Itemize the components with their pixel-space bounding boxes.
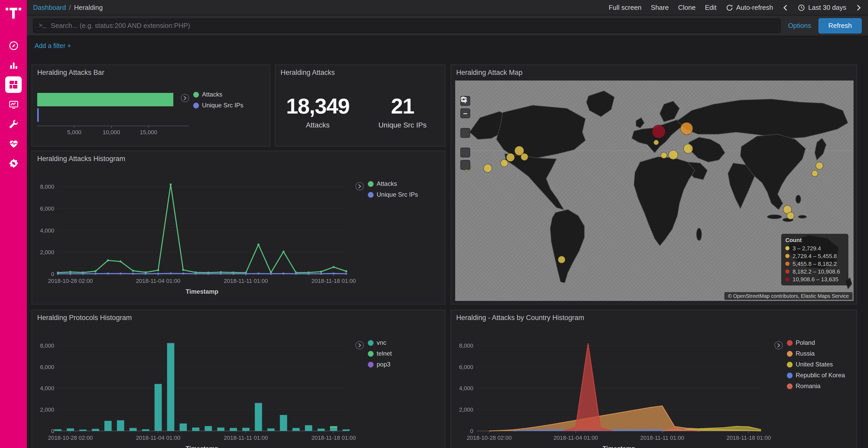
wrench-icon [8,118,19,129]
legend-label: Attacks [377,180,397,187]
svg-text:Timestamp: Timestamp [603,445,635,448]
panel-heralding-protocols-histogram: Heralding Protocols Histogram 02,0004,00… [32,310,445,448]
sidebar-item-discover[interactable] [0,36,27,55]
legend-item[interactable]: United States [787,361,845,368]
draw-polygon-button[interactable] [460,148,470,158]
share-button[interactable]: Share [651,4,669,11]
sidebar-item-timelion[interactable] [0,95,27,114]
panel-title: Heralding - Attacks by Country Histogram [456,314,851,321]
draw-rectangle-button[interactable] [460,160,470,170]
sidebar-item-management[interactable] [0,153,27,173]
chart-legend: vnctelnetpop3 [368,339,392,368]
map-legend-dot [785,246,789,250]
map-legend-label: 10,908.6 – 13,635 [793,276,838,282]
options-link[interactable]: Options [788,22,811,29]
sidebar [0,0,27,448]
chevron-left-icon [782,4,789,11]
country-histogram-chart[interactable]: 02,0004,0006,0008,0002018-10-28 02:00201… [451,323,782,448]
svg-text:2018-11-04 01:00: 2018-11-04 01:00 [136,278,180,284]
map-legend-dot [785,269,789,274]
legend-item[interactable]: Unique Src IPs [368,191,418,198]
clock-icon [798,4,805,11]
attacks-histogram-chart[interactable]: 02,0004,0006,0008,0002018-10-28 02:00201… [32,165,383,299]
svg-text:8,000: 8,000 [459,342,473,349]
filter-bar: Add a filter + [27,36,868,56]
panel-title: Heralding Attacks Bar [37,69,265,76]
telekom-logo[interactable] [6,5,21,21]
legend-toggle-button[interactable] [355,182,364,191]
legend-item[interactable]: Attacks [193,91,243,98]
time-range-label: Last 30 days [808,4,846,11]
legend-item[interactable]: vnc [368,339,392,346]
legend-item[interactable]: Romania [787,382,845,390]
clone-button[interactable]: Clone [678,4,696,11]
sidebar-item-monitoring[interactable] [0,134,27,153]
panel-heralding-attacks: Heralding Attacks 18,349 Attacks 21 Uniq… [275,65,445,146]
svg-text:4,000: 4,000 [459,385,473,391]
legend-toggle-button[interactable] [355,341,364,349]
legend-dot [787,351,793,356]
legend-toggle-button[interactable] [774,341,783,349]
legend-item[interactable]: Russia [787,350,845,357]
breadcrumb-dashboard-link[interactable]: Dashboard [33,4,66,11]
map-legend-dot [785,277,789,281]
legend-item[interactable]: pop3 [368,361,392,368]
add-filter-link[interactable]: Add a filter + [35,42,71,49]
search-input-wrap: >_ [33,18,781,33]
svg-text:Timestamp: Timestamp [186,445,218,448]
dashboard-grid: Heralding Attacks Bar 5,00010,00015,000 … [27,56,868,448]
time-back-button[interactable] [782,4,789,11]
top-nav-actions: Full screen Share Clone Edit Auto-refres… [609,4,862,11]
legend-dot [787,340,793,346]
legend-label: Unique Src IPs [377,191,418,198]
chevron-right-icon [777,343,781,348]
refresh-button[interactable]: Refresh [818,18,862,33]
svg-text:6,000: 6,000 [40,205,54,212]
protocols-histogram-chart[interactable]: 02,0004,0006,0008,0002018-10-28 02:00201… [32,323,383,448]
legend-dot [368,181,374,186]
legend-toggle-button[interactable] [181,94,189,102]
chart-legend: PolandRussiaUnited StatesRepublic of Kor… [787,339,845,390]
svg-text:0: 0 [51,428,54,434]
compass-icon [8,40,19,51]
sidebar-item-dashboard[interactable] [0,75,27,95]
map-legend-items: 3 – 2,729.42,729.4 – 5,455.85,455.8 – 8,… [785,245,844,282]
attacks-bar-chart[interactable]: 5,00010,00015,000 [32,78,271,146]
svg-text:2,000: 2,000 [40,407,54,413]
world-map[interactable]: + − [455,80,854,301]
legend-label: Romania [796,382,820,390]
search-input[interactable] [51,22,775,29]
legend-item[interactable]: Unique Src IPs [193,102,243,109]
svg-text:4,000: 4,000 [40,227,54,234]
sidebar-item-visualize[interactable] [0,55,27,75]
legend-label: vnc [377,339,386,346]
map-legend-item: 8,182.2 – 10,908.6 [785,268,844,275]
breadcrumb-separator: / [69,4,71,11]
auto-refresh-button[interactable]: Auto-refresh [726,4,773,11]
bounding-box-filter-button[interactable] [460,128,470,138]
legend-item[interactable]: Republic of Korea [787,372,845,379]
edit-button[interactable]: Edit [705,4,717,11]
svg-text:2018-11-11 01:00: 2018-11-11 01:00 [224,278,268,284]
panel-heralding-attack-map: Heralding Attack Map [451,65,857,305]
chevron-right-icon [183,96,187,101]
zoom-out-button[interactable]: − [460,108,470,118]
legend-dot [368,340,374,346]
svg-text:0: 0 [470,428,473,434]
legend-item[interactable]: telnet [368,350,392,357]
legend-dot [193,102,199,108]
time-range-button[interactable]: Last 30 days [798,4,846,11]
svg-text:2018-11-04 01:00: 2018-11-04 01:00 [554,435,598,441]
kibana-app: Dashboard / Heralding Full screen Share … [0,0,868,448]
legend-item[interactable]: Poland [787,339,845,346]
svg-text:5,000: 5,000 [67,129,82,136]
time-forward-button[interactable] [856,4,862,11]
map-legend-label: 3 – 2,729.4 [793,245,821,251]
svg-text:2,000: 2,000 [459,407,473,413]
map-legend-item: 2,729.4 – 5,455.8 [785,253,844,259]
full-screen-button[interactable]: Full screen [609,4,642,11]
sidebar-item-dev-tools[interactable] [0,114,27,134]
legend-label: Republic of Korea [796,372,845,379]
legend-item[interactable]: Attacks [368,180,418,187]
map-legend-label: 2,729.4 – 5,455.8 [793,253,837,259]
